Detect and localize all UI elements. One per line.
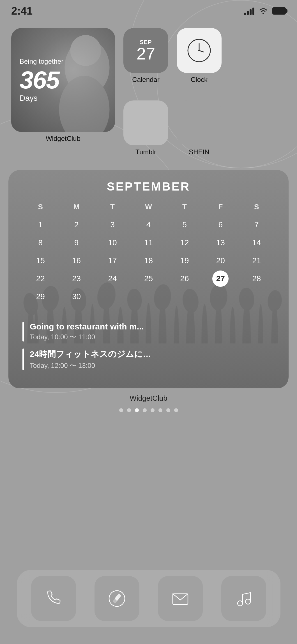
event-item-1: Going to restaurant with m... Today, 10:… [22, 322, 275, 342]
cal-cell-5[interactable]: 5 [167, 216, 202, 233]
cal-cell-14[interactable]: 14 [239, 234, 275, 251]
calendar-icon-wrapper: SEP 27 Calendar [123, 28, 168, 84]
dock-mail-icon[interactable] [158, 576, 203, 621]
cal-cell-24[interactable]: 24 [95, 270, 130, 287]
calendar-widget[interactable]: SEPTEMBER S M T W T F S 1 2 3 4 5 6 [8, 170, 289, 388]
event-item-2: 24時間フィットネスのジムに… Today, 12:00 〜 13:00 [22, 349, 275, 370]
cal-cell-29[interactable]: 29 [22, 288, 58, 305]
widgetclub-widget-wrapper: Being together 365 Days WidgetClub [11, 28, 115, 143]
events-section: Going to restaurant with m... Today, 10:… [8, 316, 289, 388]
dock-safari-icon[interactable] [95, 576, 139, 621]
cal-cell-21[interactable]: 21 [239, 252, 275, 269]
page-dot-8[interactable] [174, 408, 178, 412]
cal-cell-26[interactable]: 26 [167, 270, 202, 287]
cal-cell-15[interactable]: 15 [22, 252, 58, 269]
status-bar: 2:41 [0, 0, 297, 20]
top-app-row: SEP 27 Calendar Clock [123, 28, 222, 84]
cal-header-sun: S [22, 200, 58, 214]
cal-cell-25[interactable]: 25 [130, 270, 166, 287]
signal-bars-icon [244, 7, 254, 15]
shein-label: SHEIN [189, 148, 209, 156]
days-label: Days [20, 94, 107, 103]
calendar-label: Calendar [132, 76, 159, 84]
cal-cell-8[interactable]: 8 [22, 234, 58, 251]
widgetclub-label: WidgetClub [46, 135, 80, 143]
cal-cell-27-today[interactable]: 27 [202, 270, 238, 287]
cal-cell-22[interactable]: 22 [22, 270, 58, 287]
page-dot-7[interactable] [166, 408, 170, 412]
event-bar-1 [22, 322, 24, 342]
cal-cell-12[interactable]: 12 [167, 234, 202, 251]
cal-cell-6[interactable]: 6 [202, 216, 238, 233]
event-title-1: Going to restaurant with m... [30, 322, 144, 331]
svg-line-45 [243, 593, 250, 594]
cal-cell-3[interactable]: 3 [95, 216, 130, 233]
svg-marker-39 [113, 597, 119, 603]
page-dot-4[interactable] [143, 408, 147, 412]
event-title-2: 24時間フィットネスのジムに… [30, 349, 151, 360]
cal-cell-16[interactable]: 16 [58, 252, 94, 269]
cal-cell-18[interactable]: 18 [130, 252, 166, 269]
svg-point-41 [238, 601, 243, 606]
shein-icon-wrapper: SHEIN [177, 100, 222, 156]
svg-point-0 [263, 13, 264, 14]
calendar-icon-content: SEP 27 [137, 39, 155, 62]
status-time: 2:41 [11, 5, 33, 17]
being-together-label: Being together [20, 58, 107, 65]
cal-cell-empty-1 [95, 288, 130, 305]
page-dots [0, 408, 297, 412]
page-dot-6[interactable] [158, 408, 162, 412]
cal-cell-17[interactable]: 17 [95, 252, 130, 269]
event-content-2: 24時間フィットネスのジムに… Today, 12:00 〜 13:00 [30, 349, 151, 370]
cal-cell-10[interactable]: 10 [95, 234, 130, 251]
dock-phone-icon[interactable] [31, 576, 76, 621]
event-time-1: Today, 10:00 〜 11:00 [30, 333, 144, 342]
cal-cell-20[interactable]: 20 [202, 252, 238, 269]
cal-cell-13[interactable]: 13 [202, 234, 238, 251]
cal-cell-30[interactable]: 30 [58, 288, 94, 305]
page-dot-5[interactable] [151, 408, 155, 412]
dock-music-icon[interactable] [221, 576, 266, 621]
bottom-app-row: Tumblr SHEIN [123, 100, 222, 156]
cal-header-mon: M [58, 200, 94, 214]
widget-text: Being together 365 Days [11, 28, 115, 132]
right-app-column: SEP 27 Calendar Clock [123, 28, 222, 156]
clock-label: Clock [191, 76, 208, 84]
clock-icon-wrapper: Clock [177, 28, 222, 84]
widgetclub-widget-label: WidgetClub [0, 394, 297, 403]
cal-header-thu: T [167, 200, 202, 214]
page-dot-2[interactable] [127, 408, 131, 412]
event-time-2: Today, 12:00 〜 13:00 [30, 361, 151, 370]
cal-header-tue: T [95, 200, 130, 214]
cal-cell-empty-4 [202, 288, 238, 305]
cal-cell-1[interactable]: 1 [22, 216, 58, 233]
cal-cell-empty-2 [130, 288, 166, 305]
svg-point-42 [245, 599, 250, 604]
cal-cell-4[interactable]: 4 [130, 216, 166, 233]
cal-header-sat: S [239, 200, 275, 214]
calendar-app-icon[interactable]: SEP 27 [123, 28, 168, 73]
clock-face-icon [187, 38, 212, 63]
cal-cell-empty-3 [167, 288, 202, 305]
dock [17, 570, 280, 627]
cal-header-wed: W [130, 200, 166, 214]
widgetclub-widget[interactable]: Being together 365 Days [11, 28, 115, 132]
event-content-1: Going to restaurant with m... Today, 10:… [30, 322, 144, 342]
cal-cell-11[interactable]: 11 [130, 234, 166, 251]
cal-cell-7[interactable]: 7 [239, 216, 275, 233]
page-dot-1[interactable] [119, 408, 123, 412]
cal-cell-19[interactable]: 19 [167, 252, 202, 269]
cal-cell-2[interactable]: 2 [58, 216, 94, 233]
tumblr-app-icon[interactable] [123, 100, 168, 145]
status-icons [244, 7, 286, 15]
clock-app-icon[interactable] [177, 28, 222, 73]
cal-cell-28[interactable]: 28 [239, 270, 275, 287]
music-icon [234, 589, 254, 608]
shein-app-icon[interactable] [177, 100, 222, 145]
cal-cell-23[interactable]: 23 [58, 270, 94, 287]
calendar-header-row: S M T W T F S [22, 200, 275, 214]
tumblr-icon-wrapper: Tumblr [123, 100, 168, 156]
cal-cell-9[interactable]: 9 [58, 234, 94, 251]
wifi-icon [258, 7, 268, 15]
page-dot-3-active[interactable] [135, 408, 139, 412]
